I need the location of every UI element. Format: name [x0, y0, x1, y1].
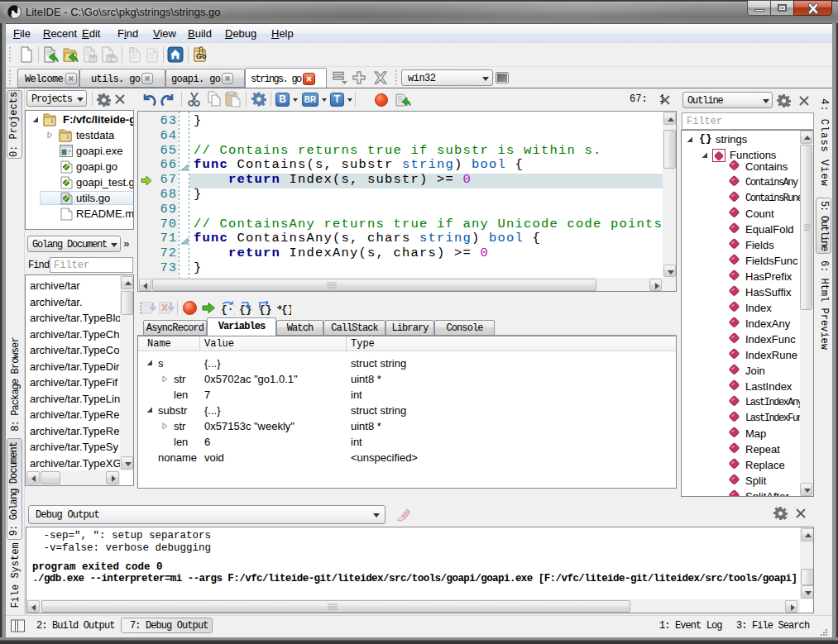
svg-text:{}: {}	[259, 303, 271, 316]
svg-text:{}: {}	[239, 303, 252, 316]
svg-text:Go: Go	[196, 52, 207, 60]
svg-text:{·}: {·}	[221, 303, 235, 316]
svg-text:{}: {}	[281, 303, 291, 316]
